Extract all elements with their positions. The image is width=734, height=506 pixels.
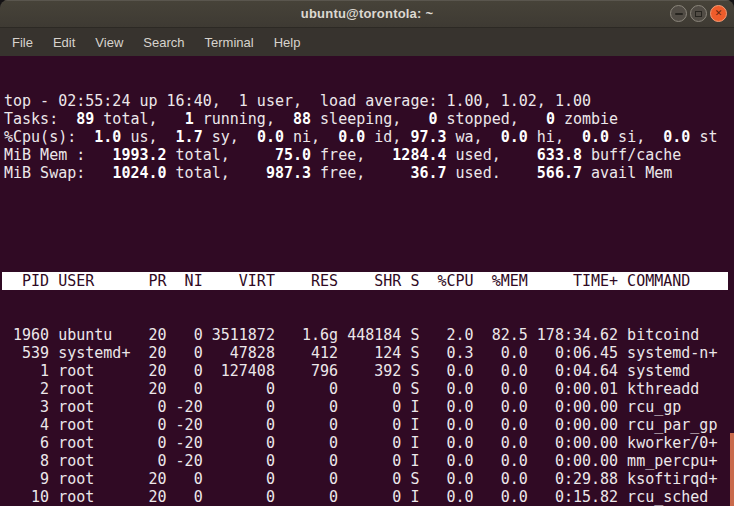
titlebar[interactable]: ubuntu@torontola: ~ ✕: [0, 0, 734, 28]
top-summary: top - 02:55:24 up 16:40, 1 user, load av…: [4, 92, 734, 182]
close-icon: ✕: [715, 9, 723, 18]
process-row: 1 root 20 0 127408 796 392 S 0.0 0.0 0:0…: [4, 362, 734, 380]
blank-line: [4, 218, 734, 236]
process-row: 2 root 20 0 0 0 0 S 0.0 0.0 0:00.01 kthr…: [4, 380, 734, 398]
terminal-output[interactable]: top - 02:55:24 up 16:40, 1 user, load av…: [0, 56, 734, 506]
maximize-button[interactable]: [690, 5, 707, 22]
summary-line: Tasks: 89 total, 1 running, 88 sleeping,…: [4, 110, 734, 128]
scrollbar-thumb[interactable]: [730, 433, 734, 506]
menu-item-help[interactable]: Help: [264, 30, 311, 55]
process-row: 8 root 0 -20 0 0 0 I 0.0 0.0 0:00.00 mm_…: [4, 452, 734, 470]
process-row: 6 root 0 -20 0 0 0 I 0.0 0.0 0:00.00 kwo…: [4, 434, 734, 452]
summary-line: top - 02:55:24 up 16:40, 1 user, load av…: [4, 92, 734, 110]
process-table-header: PID USER PR NI VIRT RES SHR S %CPU %MEM …: [2, 272, 728, 290]
summary-line: MiB Mem : 1993.2 total, 75.0 free, 1284.…: [4, 146, 734, 164]
close-button[interactable]: ✕: [710, 5, 727, 22]
summary-line: MiB Swap: 1024.0 total, 987.3 free, 36.7…: [4, 164, 734, 182]
process-table: 1960 ubuntu 20 0 3511872 1.6g 448184 S 2…: [4, 326, 734, 506]
minimize-icon: [675, 13, 683, 15]
process-row: 10 root 20 0 0 0 0 I 0.0 0.0 0:15.82 rcu…: [4, 488, 734, 506]
menu-item-view[interactable]: View: [85, 30, 133, 55]
maximize-icon: [695, 11, 702, 17]
process-row: 9 root 20 0 0 0 0 S 0.0 0.0 0:29.88 ksof…: [4, 470, 734, 488]
menu-item-terminal[interactable]: Terminal: [195, 30, 264, 55]
window-title: ubuntu@torontola: ~: [301, 6, 433, 21]
window-controls: ✕: [670, 5, 727, 22]
menu-item-file[interactable]: File: [2, 30, 43, 55]
menu-item-edit[interactable]: Edit: [43, 30, 85, 55]
process-row: 539 systemd+ 20 0 47828 412 124 S 0.3 0.…: [4, 344, 734, 362]
terminal-window: ubuntu@torontola: ~ ✕ FileEditViewSearch…: [0, 0, 734, 506]
minimize-button[interactable]: [670, 5, 687, 22]
menu-item-search[interactable]: Search: [133, 30, 194, 55]
process-row: 3 root 0 -20 0 0 0 I 0.0 0.0 0:00.00 rcu…: [4, 398, 734, 416]
process-row: 4 root 0 -20 0 0 0 I 0.0 0.0 0:00.00 rcu…: [4, 416, 734, 434]
summary-line: %Cpu(s): 1.0 us, 1.7 sy, 0.0 ni, 0.0 id,…: [4, 128, 734, 146]
menubar: FileEditViewSearchTerminalHelp: [0, 28, 734, 56]
process-row: 1960 ubuntu 20 0 3511872 1.6g 448184 S 2…: [4, 326, 734, 344]
